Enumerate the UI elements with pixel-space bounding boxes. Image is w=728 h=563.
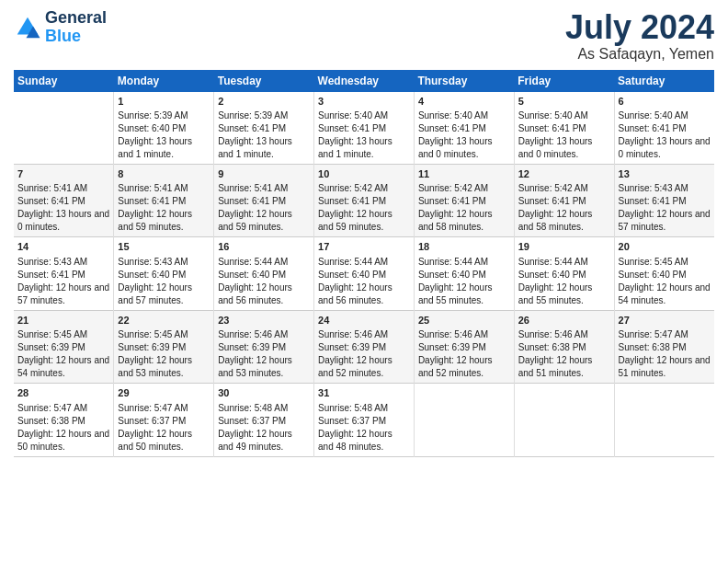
day-number: 4: [418, 95, 510, 109]
sunrise-text: Sunrise: 5:42 AM: [518, 182, 610, 195]
day-number: 12: [518, 167, 610, 181]
cell-w4-d1: 21Sunrise: 5:45 AMSunset: 6:39 PMDayligh…: [14, 310, 114, 383]
daylight-text: Daylight: 12 hours and 59 minutes.: [118, 208, 210, 234]
daylight-text: Daylight: 13 hours and 0 minutes.: [17, 208, 109, 234]
cell-w4-d2: 22Sunrise: 5:45 AMSunset: 6:39 PMDayligh…: [114, 310, 214, 383]
cell-w3-d1: 14Sunrise: 5:43 AMSunset: 6:41 PMDayligh…: [14, 237, 114, 310]
header: General Blue July 2024 As Safaqayn, Yeme…: [14, 9, 714, 63]
sunrise-text: Sunrise: 5:46 AM: [418, 328, 510, 341]
sunrise-text: Sunrise: 5:42 AM: [318, 182, 410, 195]
logo-line2: Blue: [45, 28, 107, 46]
sunset-text: Sunset: 6:38 PM: [17, 415, 109, 428]
sunset-text: Sunset: 6:37 PM: [118, 415, 210, 428]
logo-icon: [14, 14, 41, 41]
daylight-text: Daylight: 12 hours and 57 minutes.: [17, 282, 109, 307]
cell-w1-d6: 5Sunrise: 5:40 AMSunset: 6:41 PMDaylight…: [514, 92, 614, 165]
col-saturday: Saturday: [614, 70, 714, 92]
daylight-text: Daylight: 12 hours and 52 minutes.: [318, 354, 410, 380]
sunset-text: Sunset: 6:41 PM: [619, 195, 711, 208]
sunrise-text: Sunrise: 5:46 AM: [318, 328, 410, 341]
sunrise-text: Sunrise: 5:40 AM: [619, 109, 711, 122]
sunset-text: Sunset: 6:41 PM: [17, 195, 109, 208]
cell-w5-d3: 30Sunrise: 5:48 AMSunset: 6:37 PMDayligh…: [214, 384, 314, 456]
page-title: July 2024: [565, 9, 714, 46]
sunset-text: Sunset: 6:39 PM: [418, 341, 510, 354]
day-number: 22: [118, 314, 210, 327]
day-number: 17: [318, 240, 410, 254]
sunset-text: Sunset: 6:41 PM: [218, 122, 310, 135]
cell-w3-d3: 16Sunrise: 5:44 AMSunset: 6:40 PMDayligh…: [214, 237, 314, 310]
cell-w5-d7: [614, 384, 714, 456]
cell-w1-d5: 4Sunrise: 5:40 AMSunset: 6:41 PMDaylight…: [414, 92, 514, 165]
daylight-text: Daylight: 12 hours and 53 minutes.: [218, 354, 310, 380]
daylight-text: Daylight: 12 hours and 51 minutes.: [619, 354, 711, 380]
daylight-text: Daylight: 13 hours and 0 minutes.: [418, 135, 510, 161]
cell-w3-d5: 18Sunrise: 5:44 AMSunset: 6:40 PMDayligh…: [414, 237, 514, 310]
sunset-text: Sunset: 6:41 PM: [318, 122, 410, 135]
daylight-text: Daylight: 12 hours and 57 minutes.: [619, 208, 711, 234]
daylight-text: Daylight: 12 hours and 59 minutes.: [318, 208, 410, 234]
cell-w5-d5: [414, 384, 514, 456]
sunset-text: Sunset: 6:39 PM: [318, 341, 410, 354]
cell-w5-d4: 31Sunrise: 5:48 AMSunset: 6:37 PMDayligh…: [314, 384, 415, 456]
day-number: 15: [118, 240, 210, 254]
week-row-4: 21Sunrise: 5:45 AMSunset: 6:39 PMDayligh…: [14, 310, 714, 383]
sunset-text: Sunset: 6:40 PM: [518, 269, 610, 282]
sunset-text: Sunset: 6:39 PM: [17, 341, 109, 354]
sunrise-text: Sunrise: 5:48 AM: [218, 402, 310, 415]
cell-w2-d6: 12Sunrise: 5:42 AMSunset: 6:41 PMDayligh…: [514, 164, 614, 236]
day-number: 24: [318, 314, 410, 327]
main-container: General Blue July 2024 As Safaqayn, Yeme…: [0, 0, 728, 466]
cell-w1-d1: [14, 92, 114, 165]
cell-w5-d1: 28Sunrise: 5:47 AMSunset: 6:38 PMDayligh…: [14, 384, 114, 456]
sunset-text: Sunset: 6:40 PM: [118, 122, 210, 135]
cell-w2-d7: 13Sunrise: 5:43 AMSunset: 6:41 PMDayligh…: [614, 164, 714, 236]
page-subtitle: As Safaqayn, Yemen: [565, 46, 714, 63]
sunrise-text: Sunrise: 5:41 AM: [118, 182, 210, 195]
sunrise-text: Sunrise: 5:42 AM: [418, 182, 510, 195]
cell-w4-d7: 27Sunrise: 5:47 AMSunset: 6:38 PMDayligh…: [614, 310, 714, 383]
cell-w5-d6: [514, 384, 614, 456]
sunrise-text: Sunrise: 5:44 AM: [518, 256, 610, 269]
sunrise-text: Sunrise: 5:44 AM: [218, 256, 310, 269]
sunset-text: Sunset: 6:40 PM: [418, 269, 510, 282]
cell-w3-d7: 20Sunrise: 5:45 AMSunset: 6:40 PMDayligh…: [614, 237, 714, 310]
cell-w2-d1: 7Sunrise: 5:41 AMSunset: 6:41 PMDaylight…: [14, 164, 114, 236]
logo-line1: General: [45, 9, 107, 28]
daylight-text: Daylight: 12 hours and 55 minutes.: [418, 282, 510, 307]
daylight-text: Daylight: 12 hours and 59 minutes.: [218, 208, 310, 234]
cell-w3-d2: 15Sunrise: 5:43 AMSunset: 6:40 PMDayligh…: [114, 237, 214, 310]
cell-w2-d3: 9Sunrise: 5:41 AMSunset: 6:41 PMDaylight…: [214, 164, 314, 236]
daylight-text: Daylight: 12 hours and 54 minutes.: [17, 354, 109, 380]
sunset-text: Sunset: 6:41 PM: [418, 122, 510, 135]
day-number: 14: [17, 240, 109, 254]
day-number: 10: [318, 167, 410, 181]
daylight-text: Daylight: 12 hours and 57 minutes.: [118, 282, 210, 307]
sunrise-text: Sunrise: 5:39 AM: [118, 109, 210, 122]
sunset-text: Sunset: 6:40 PM: [118, 269, 210, 282]
calendar-table: Sunday Monday Tuesday Wednesday Thursday…: [14, 70, 714, 457]
sunset-text: Sunset: 6:39 PM: [218, 341, 310, 354]
sunrise-text: Sunrise: 5:47 AM: [118, 402, 210, 415]
sunset-text: Sunset: 6:40 PM: [318, 269, 410, 282]
day-number: 20: [619, 240, 711, 254]
day-number: 26: [518, 314, 610, 327]
day-number: 29: [118, 386, 210, 400]
week-row-5: 28Sunrise: 5:47 AMSunset: 6:38 PMDayligh…: [14, 384, 714, 456]
col-tuesday: Tuesday: [214, 70, 314, 92]
sunrise-text: Sunrise: 5:44 AM: [418, 256, 510, 269]
sunset-text: Sunset: 6:37 PM: [218, 415, 310, 428]
cell-w1-d3: 2Sunrise: 5:39 AMSunset: 6:41 PMDaylight…: [214, 92, 314, 165]
sunrise-text: Sunrise: 5:45 AM: [619, 256, 711, 269]
cell-w2-d2: 8Sunrise: 5:41 AMSunset: 6:41 PMDaylight…: [114, 164, 214, 236]
day-number: 30: [218, 386, 310, 400]
cell-w2-d4: 10Sunrise: 5:42 AMSunset: 6:41 PMDayligh…: [314, 164, 415, 236]
col-wednesday: Wednesday: [314, 70, 415, 92]
cell-w4-d6: 26Sunrise: 5:46 AMSunset: 6:38 PMDayligh…: [514, 310, 614, 383]
cell-w4-d4: 24Sunrise: 5:46 AMSunset: 6:39 PMDayligh…: [314, 310, 415, 383]
daylight-text: Daylight: 13 hours and 0 minutes.: [518, 135, 610, 161]
cell-w1-d2: 1Sunrise: 5:39 AMSunset: 6:40 PMDaylight…: [114, 92, 214, 165]
sunset-text: Sunset: 6:41 PM: [17, 269, 109, 282]
title-block: July 2024 As Safaqayn, Yemen: [565, 9, 714, 63]
col-friday: Friday: [514, 70, 614, 92]
